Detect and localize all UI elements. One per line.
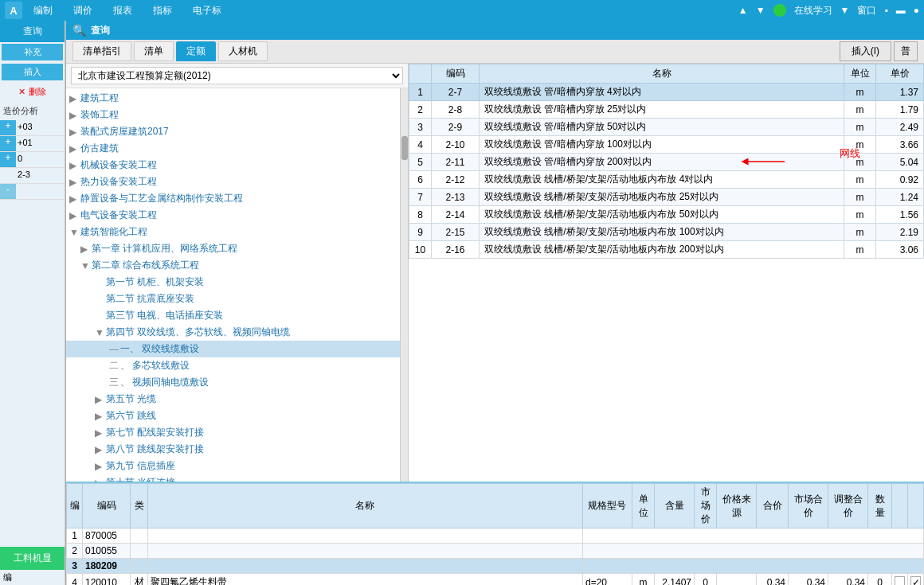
tree-node-jianzhu[interactable]: ▶ 建筑工程 [66,90,408,107]
quota-row-1[interactable]: 1 2-7 双绞线缆敷设 管/暗槽内穿放 4对以内 m 1.37 [409,84,924,101]
quota-row-4[interactable]: 4 2-10 双绞线缆敷设 管/暗槽内穿放 100对以内 m 3.66 [409,136,924,154]
bt-code-3: 180209 [83,559,131,574]
query-body: 北京市建设工程预算定额(2012) ▶ 建筑工程 ▶ 装饰工程 ▶ [66,64,924,482]
top-chevron-down[interactable]: ▼ [756,5,765,16]
tree-node-dianqi[interactable]: ▶ 电气设备安装工程 [66,207,408,224]
quota-row-9[interactable]: 9 2-15 双绞线缆敷设 线槽/桥架/支架/活动地板内布放 100对以内 m … [409,224,924,241]
tab-dinee[interactable]: 定额 [176,41,216,61]
user-icon[interactable]: ▪ [884,5,887,16]
sidebar-work-materials[interactable]: 工料机显 [0,547,65,570]
sidebar-minus-5[interactable]: - [0,184,16,199]
more-button[interactable]: 普 [894,41,918,61]
sidebar-row-3: + 0 [0,152,65,168]
tree-node-sec4-label: 第四节 双绞线缆、多芯软线、视频同轴电缆 [106,326,290,339]
menu-zhibiao[interactable]: 指标 [143,2,182,19]
msg-icon[interactable]: ▬ [896,5,906,16]
tree-node-sub3[interactable]: 三 、 视频同轴电缆敷设 [66,374,408,391]
tree-node-sub2[interactable]: 二 、 多芯软线敷设 [66,357,408,374]
quota-row-2[interactable]: 2 2-8 双绞线缆敷设 管/暗槽内穿放 25对以内 m 1.79 [409,101,924,119]
bt-col-source: 价格来源 [717,484,757,528]
bt-num-1: 1 [67,528,83,544]
tree-node-sec6[interactable]: ▶ 第六节 跳线 [66,408,408,424]
tree-node-reli-label: 热力设备安装工程 [80,175,157,189]
tree-node-zhuangshi[interactable]: ▶ 装饰工程 [66,107,408,123]
tree-node-sec5[interactable]: ▶ 第五节 光缆 [66,391,408,408]
tree-node-sec7[interactable]: ▶ 第七节 配线架安装打接 [66,424,408,441]
sidebar-plus-1[interactable]: + [0,120,16,135]
tree-select-dropdown[interactable]: 北京市建设工程预算定额(2012) [71,67,403,84]
tree-node-sec9[interactable]: ▶ 第九节 信息插座 [66,458,408,474]
sidebar-code-5 [16,184,65,199]
bt-type-1 [131,528,148,544]
tab-rencaiji[interactable]: 人材机 [218,41,268,61]
quota-row-10[interactable]: 10 2-16 双绞线缆敷设 线槽/桥架/支架/活动地板内布放 200对以内 m… [409,241,924,259]
bt-num-2: 2 [67,544,83,559]
bt-row-4: 4 120010 材 聚四氟乙烯生料带 d=20 m 2.1407 0 0.34… [67,574,924,586]
tab-qingdan[interactable]: 清单 [134,41,174,61]
quota-num-1: 1 [409,84,432,101]
sidebar-plus-2[interactable]: + [0,136,16,151]
quota-price-8: 1.56 [876,206,924,224]
sidebar-row-5: - [0,184,65,200]
online-learning-label[interactable]: 在线学习 [794,4,832,18]
bt-market-4: 0 [695,574,717,586]
insert-button[interactable]: 插入(I) [840,41,891,61]
tree-node-jixie[interactable]: ▶ 机械设备安装工程 [66,157,408,174]
quota-unit-5: m [844,154,876,171]
app: A 编制 调价 报表 指标 电子标 ▲ ▼ 在线学习 ▼ 窗口 ▪ ▬ ● 查询… [0,0,924,585]
bt-cb2-4[interactable]: ✓ [908,574,924,586]
tree-node-sec1[interactable]: 第一节 机柜、机架安装 [66,274,408,291]
quota-row-7[interactable]: 7 2-13 双绞线缆敷设 线槽/桥架/支架/活动地板内布放 25对以内 m 1… [409,189,924,206]
tree-node-sec10[interactable]: ▶ 第十节 光纤连接 [66,474,408,482]
bt-cb1-4[interactable] [892,574,908,586]
tree-node-sec2-label: 第二节 抗震底座安装 [106,292,194,306]
tree-node-jianzhineng[interactable]: ▼ 建筑智能化工程 [66,224,408,240]
bt-adj-4: 0.34 [828,574,868,586]
window-label[interactable]: 窗口 [857,4,876,18]
sidebar-plus-3[interactable]: + [0,152,16,167]
sidebar-supplement-btn[interactable]: 补充 [2,44,63,60]
tree-node-fanggu[interactable]: ▶ 仿古建筑 [66,140,408,157]
sidebar-delete-btn[interactable]: ✕ 删除 [2,84,63,100]
quota-num-2: 2 [409,101,432,119]
query-header-title: 查询 [91,24,110,37]
menu-tiaojia[interactable]: 调价 [64,2,102,19]
tree-node-ch2[interactable]: ▼ 第二章 综合布线系统工程 [66,257,408,274]
tree-node-sec4[interactable]: ▼ 第四节 双绞线缆、多芯软线、视频同轴电缆 [66,324,408,341]
tree-node-reli[interactable]: ▶ 热力设备安装工程 [66,174,408,190]
tree-node-sec1-label: 第一节 机柜、机架安装 [106,275,204,289]
tree-node-jingzhi-label: 静置设备与工艺金属结构制作安装工程 [80,192,243,205]
left-sidebar: 查询 补充 插入 ✕ 删除 造价分析 + +03 + +01 + 0 2-3 - [0,21,65,585]
quota-row-6[interactable]: 6 2-12 双绞线缆敷设 线槽/桥架/支架/活动地板内布放 4对以内 m 0.… [409,171,924,189]
sidebar-row-2: + +01 [0,136,65,152]
menu-bianzhi[interactable]: 编制 [24,2,62,19]
tab-qingdan-zhiyin[interactable]: 清单指引 [72,41,131,61]
tree-node-ch1[interactable]: ▶ 第一章 计算机应用、网络系统工程 [66,240,408,257]
tree-node-sec2[interactable]: 第二节 抗震底座安装 [66,291,408,307]
bt-col-mktotal: 市场合价 [789,484,828,528]
quota-unit-6: m [844,171,876,189]
quota-code-7: 2-13 [432,189,480,206]
tree-scrollbar[interactable] [400,88,408,482]
tree-node-sec3[interactable]: 第三节 电视、电话插座安装 [66,307,408,324]
menu-dianzibiao[interactable]: 电子标 [183,2,231,19]
tree-node-sec8[interactable]: ▶ 第八节 跳线架安装打接 [66,441,408,458]
quota-row-8[interactable]: 8 2-14 双绞线缆敷设 线槽/桥架/支架/活动地板内布放 50对以内 m 1… [409,206,924,224]
tree-node-sub1[interactable]: — 一、 双绞线缆敷设 [66,341,408,357]
top-chevron-up[interactable]: ▲ [738,5,748,16]
sidebar-insert-btn[interactable]: 插入 [2,64,63,80]
quota-code-9: 2-15 [432,224,480,241]
quota-row-3[interactable]: 3 2-9 双绞线缆敷设 管/暗槽内穿放 50对以内 m 2.49 [409,119,924,136]
quota-row-5[interactable]: 5 2-11 双绞线缆敷设 管/暗槽内穿放 200对以内 m 5.04 [409,154,924,171]
tree-node-jingzhi[interactable]: ▶ 静置设备与工艺金属结构制作安装工程 [66,190,408,207]
settings-icon[interactable]: ● [914,5,919,16]
sidebar-row-1: + +03 [0,120,65,136]
bt-type-2 [131,544,148,559]
tree-node-zhuangpei[interactable]: ▶ 装配式房屋建筑2017 [66,123,408,140]
tree-node-sec6-label: 第六节 跳线 [106,409,156,423]
top-dropdown-arrow[interactable]: ▼ [840,5,850,16]
bottom-data-table: 编 编码 类 名称 规格型号 单位 含量 市场价 价格来源 合价 市场合价 调整… [66,483,924,585]
sidebar-query-btn[interactable]: 查询 [0,21,65,42]
tree-node-sec10-label: 第十节 光纤连接 [106,476,175,482]
menu-baobiao[interactable]: 报表 [104,2,142,19]
